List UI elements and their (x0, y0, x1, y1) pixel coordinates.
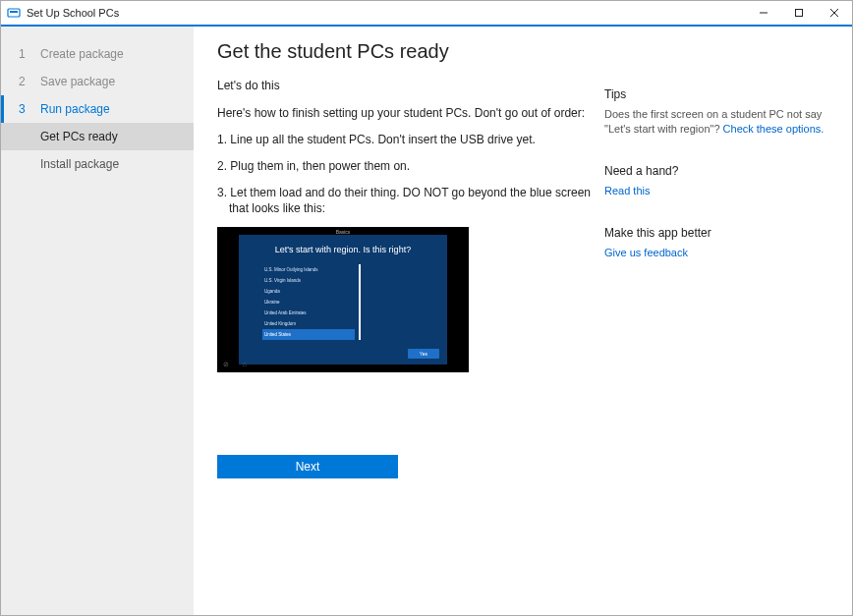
oobe-screenshot: Basics Let's start with region. Is this … (217, 227, 469, 372)
step-number: 1 (19, 47, 28, 61)
intro-text: Here's how to finish setting up your stu… (217, 106, 591, 120)
substep-get-pcs-ready[interactable]: Get PCs ready (1, 123, 194, 150)
tips-text: Does the first screen on a student PC no… (604, 107, 834, 137)
svg-rect-1 (10, 11, 18, 13)
titlebar-left: Set Up School PCs (7, 6, 119, 20)
oobe-item: United Kingdom (262, 318, 355, 329)
step-label: Run package (40, 102, 110, 116)
content: Get the student PCs ready Let's do this … (194, 27, 852, 615)
instruction-step-1: 1. Line up all the student PCs. Don't in… (217, 132, 591, 148)
minimize-button[interactable] (746, 1, 781, 25)
tips-column: Tips Does the first screen on a student … (591, 40, 834, 615)
page-subtitle: Let's do this (217, 79, 591, 92)
make-better-heading: Make this app better (604, 226, 834, 240)
step-run-package[interactable]: 3 Run package (1, 95, 194, 123)
maximize-button[interactable] (781, 1, 817, 25)
step-label: Create package (40, 47, 124, 61)
main-column: Get the student PCs ready Let's do this … (217, 40, 591, 615)
step-number: 2 (19, 75, 28, 88)
app-icon (7, 6, 21, 20)
oobe-item: Uganda (262, 286, 355, 297)
step-create-package[interactable]: 1 Create package (1, 40, 194, 68)
oobe-heading: Let's start with region. Is this right? (256, 245, 429, 254)
next-button[interactable]: Next (217, 455, 398, 478)
svg-rect-3 (796, 10, 803, 17)
need-hand-block: Need a hand? Read this (604, 164, 834, 198)
oobe-accessibility-icon: ⊘ ⌂ (223, 361, 249, 368)
sidebar: 1 Create package 2 Save package 3 Run pa… (1, 27, 194, 615)
oobe-item: United Arab Emirates (262, 308, 355, 318)
oobe-item: U.S. Virgin Islands (262, 275, 355, 286)
make-better-block: Make this app better Give us feedback (604, 226, 834, 260)
check-options-link[interactable]: Check these options. (723, 123, 825, 135)
oobe-item: Ukraine (262, 297, 355, 308)
tips-heading: Tips (604, 87, 834, 101)
instruction-step-3: 3. Let them load and do their thing. DO … (217, 185, 591, 218)
close-button[interactable] (817, 1, 852, 25)
need-hand-heading: Need a hand? (604, 164, 834, 178)
substep-label: Get PCs ready (40, 130, 118, 143)
oobe-item: U.S. Minor Outlying Islands (262, 264, 355, 275)
oobe-yes-button: Yes (408, 349, 439, 359)
step-label: Save package (40, 75, 115, 88)
oobe-item-selected: United States (262, 329, 355, 340)
titlebar: Set Up School PCs (1, 1, 852, 27)
oobe-region-list: U.S. Minor Outlying Islands U.S. Virgin … (262, 264, 361, 340)
window-controls (746, 1, 852, 25)
container: 1 Create package 2 Save package 3 Run pa… (1, 27, 852, 615)
app-title: Set Up School PCs (27, 7, 119, 19)
read-this-link[interactable]: Read this (604, 185, 650, 196)
step-number: 3 (19, 102, 28, 116)
page-title: Get the student PCs ready (217, 40, 591, 63)
substep-label: Install package (40, 157, 119, 171)
feedback-link[interactable]: Give us feedback (604, 247, 688, 258)
instruction-step-2: 2. Plug them in, then power them on. (217, 158, 591, 175)
step-save-package[interactable]: 2 Save package (1, 68, 194, 95)
tips-block: Tips Does the first screen on a student … (604, 87, 834, 137)
oobe-inner: Let's start with region. Is this right? … (239, 235, 447, 364)
substep-install-package[interactable]: Install package (1, 150, 194, 178)
